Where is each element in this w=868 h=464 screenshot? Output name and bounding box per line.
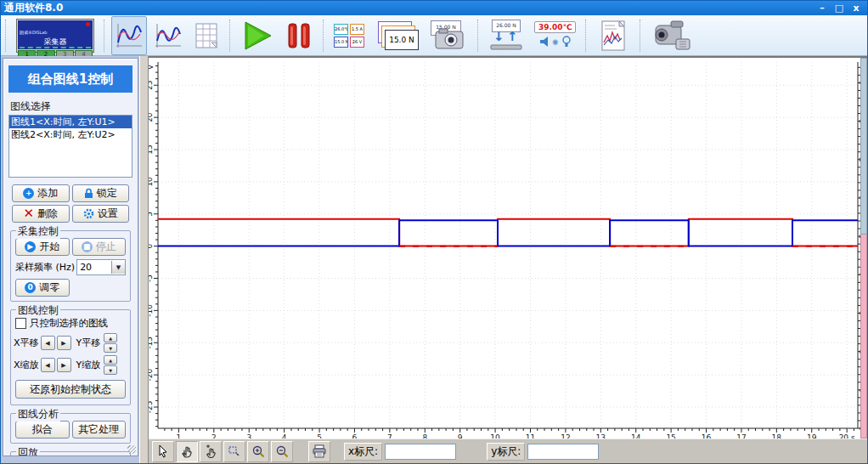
x-ruler-input[interactable] bbox=[385, 444, 456, 460]
y-pan-up-button[interactable]: ▲ bbox=[104, 333, 117, 342]
y-pan-down-button[interactable]: ▼ bbox=[104, 343, 117, 353]
lock-icon bbox=[84, 188, 93, 199]
svg-text:25: 25 bbox=[149, 81, 155, 90]
meter-panel-button[interactable]: 26.0℃ 1.5 A 15.0 N 26 V bbox=[330, 16, 368, 55]
box-select-icon bbox=[228, 444, 241, 458]
data-transfer-icon: 26.00 N ↓ ↑ bbox=[488, 20, 524, 52]
box-zoom-tool-button[interactable] bbox=[223, 441, 245, 462]
add-line-label: 添加 bbox=[37, 186, 58, 201]
acq-stop-button[interactable]: ■ 停止 bbox=[72, 238, 127, 256]
chart-svg[interactable]: 1234567891011121314151617181920 s-25-20-… bbox=[149, 58, 860, 443]
replay-group-title: 回放 bbox=[16, 445, 40, 456]
titlebar: 通用软件8.0 – □ x bbox=[1, 1, 867, 15]
print-button[interactable] bbox=[308, 441, 330, 462]
maximize-button[interactable]: □ bbox=[831, 3, 847, 14]
sample-rate-label: 采样频率 (Hz) bbox=[15, 261, 75, 274]
start-play-icon: ▶ bbox=[25, 241, 36, 252]
x-pan-left-button[interactable]: ◀ bbox=[41, 336, 55, 350]
delete-line-button[interactable]: ✕ 删除 bbox=[12, 205, 70, 223]
sample-rate-value: 20 bbox=[77, 262, 111, 273]
table-icon bbox=[193, 20, 220, 51]
select-tool-button[interactable] bbox=[152, 441, 174, 462]
add-line-button[interactable]: + 添加 bbox=[12, 184, 70, 202]
temperature-reading: 39.00℃ bbox=[534, 21, 576, 33]
acq-start-button[interactable]: ▶ 开始 bbox=[15, 238, 70, 256]
svg-text:-10: -10 bbox=[149, 304, 155, 317]
acq-start-label: 开始 bbox=[39, 240, 59, 254]
line-list-item-1[interactable]: 图线1<X:时间, 左Y:U1> bbox=[9, 116, 132, 128]
chevron-down-icon[interactable]: ▼ bbox=[111, 261, 125, 274]
video-capture-button[interactable] bbox=[647, 16, 698, 55]
chart-right-strip bbox=[860, 58, 867, 439]
sample-rate-select[interactable]: 20 ▼ bbox=[76, 259, 126, 275]
only-selected-label: 只控制选择的图线 bbox=[30, 317, 108, 330]
start-acquisition-button[interactable] bbox=[237, 16, 278, 55]
svg-text:V: V bbox=[149, 64, 155, 70]
analysis-group: 图线分析 拟合 其它处理 bbox=[10, 413, 131, 444]
table-view-button[interactable] bbox=[189, 16, 223, 55]
play-icon bbox=[240, 20, 274, 52]
window-title: 通用软件8.0 bbox=[4, 1, 63, 15]
minimize-button[interactable]: – bbox=[814, 3, 830, 14]
line-listbox[interactable]: 图线1<X:时间, 左Y:U1> 图线2<X:时间, 左Y:U2> bbox=[8, 115, 132, 178]
line-list-item-2[interactable]: 图线2<X:时间, 左Y:U2> bbox=[9, 128, 132, 141]
report-icon bbox=[596, 19, 630, 53]
panel-resize-grip[interactable] bbox=[127, 445, 136, 454]
snapshot-button[interactable]: 15.00 N bbox=[426, 16, 471, 55]
meter-force-reading: 15.0 N bbox=[334, 37, 348, 48]
svg-text:15: 15 bbox=[149, 144, 155, 154]
gear-icon bbox=[83, 208, 94, 219]
waveform-view-button[interactable] bbox=[111, 16, 147, 55]
zoom-out-tool-button[interactable] bbox=[271, 441, 293, 462]
x-zoom-label: X缩放 bbox=[14, 359, 39, 371]
x-ruler-label: x标尺: bbox=[344, 443, 382, 461]
x-pan-right-button[interactable]: ▶ bbox=[57, 336, 71, 350]
settings-label: 设置 bbox=[98, 207, 118, 221]
svg-text:-25: -25 bbox=[149, 401, 155, 414]
y-ruler-input[interactable] bbox=[527, 444, 599, 460]
close-button[interactable]: x bbox=[848, 3, 864, 14]
x-zoom-in-button[interactable]: ▶ bbox=[57, 358, 71, 372]
plus-icon: + bbox=[23, 188, 34, 199]
sidebar-splitter[interactable] bbox=[139, 56, 149, 463]
toolbar-handle bbox=[5, 20, 7, 52]
zoom-in-tool-button[interactable] bbox=[247, 441, 269, 462]
data-transfer-button[interactable]: 26.00 N ↓ ↑ bbox=[485, 16, 527, 55]
meter-stack-reading: 15.0 N bbox=[385, 30, 419, 50]
data-move-tool-button[interactable] bbox=[200, 441, 222, 462]
acquisition-group: 采集控制 ▶ 开始 ■ 停止 采样频率 (Hz) bbox=[10, 230, 131, 302]
y-zoom-down-button[interactable]: ▼ bbox=[104, 365, 117, 375]
y-ruler-label: y标尺: bbox=[487, 443, 525, 461]
report-button[interactable] bbox=[593, 16, 634, 55]
pause-acquisition-button[interactable] bbox=[281, 16, 317, 55]
x-zoom-out-button[interactable]: ◀ bbox=[41, 358, 55, 372]
collector-device-button[interactable]: 朗威®DISLab 采集器 1 2 3 4 bbox=[13, 16, 98, 55]
svg-text:-20: -20 bbox=[149, 369, 155, 382]
pan-tool-button[interactable] bbox=[176, 441, 198, 462]
zero-adjust-button[interactable]: 0 调零 bbox=[15, 279, 70, 297]
reset-control-button[interactable]: 还原初始控制状态 bbox=[15, 380, 127, 399]
svg-text:0: 0 bbox=[149, 244, 155, 249]
collector-device-icon: 朗威®DISLab 采集器 1 2 3 4 bbox=[16, 19, 94, 53]
fit-button[interactable]: 拟合 bbox=[15, 421, 70, 439]
snapshot-icon: 15.00 N bbox=[429, 20, 468, 52]
panel-title: 组合图线1控制 bbox=[8, 65, 132, 93]
stop-square-icon: ■ bbox=[82, 241, 93, 252]
hand-icon bbox=[180, 444, 194, 458]
zero-icon: 0 bbox=[25, 282, 36, 293]
y-zoom-up-button[interactable]: ▲ bbox=[104, 355, 117, 365]
zero-adjust-label: 调零 bbox=[39, 280, 59, 295]
waveform-view-2-button[interactable] bbox=[150, 16, 186, 55]
video-camera-icon bbox=[651, 19, 695, 53]
output-display-button[interactable]: 39.00℃ ❋ bbox=[531, 16, 579, 55]
line-select-label: 图线选择 bbox=[10, 99, 132, 114]
only-selected-checkbox[interactable] bbox=[15, 318, 26, 329]
waveform-icon bbox=[115, 20, 144, 51]
other-processing-button[interactable]: 其它处理 bbox=[72, 421, 127, 439]
svg-text:5: 5 bbox=[149, 212, 155, 217]
lock-button[interactable]: 锁定 bbox=[72, 184, 130, 202]
settings-button[interactable]: 设置 bbox=[72, 205, 130, 223]
svg-text:❋: ❋ bbox=[552, 38, 559, 47]
meter-panel-icon: 26.0℃ 1.5 A 15.0 N 26 V bbox=[334, 24, 364, 48]
meter-stack-button[interactable]: 15.0 N bbox=[371, 16, 422, 55]
